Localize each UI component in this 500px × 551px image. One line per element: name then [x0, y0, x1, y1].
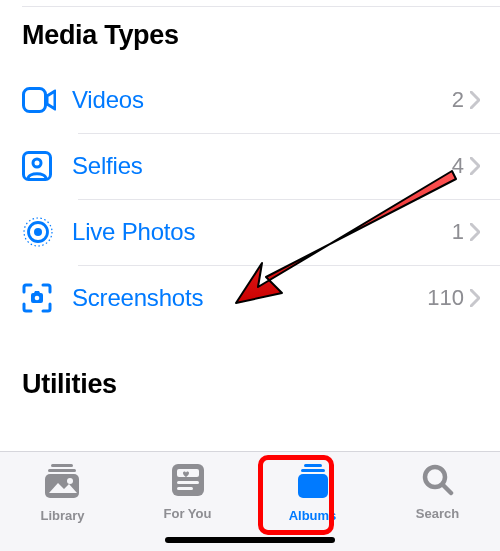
- tab-search[interactable]: Search: [375, 452, 500, 551]
- tab-label: Albums: [289, 508, 337, 523]
- live-photos-icon: [22, 216, 72, 248]
- svg-point-10: [67, 478, 73, 484]
- row-label: Screenshots: [72, 284, 427, 312]
- row-label: Live Photos: [72, 218, 452, 246]
- svg-point-5: [34, 228, 42, 236]
- svg-rect-0: [24, 89, 46, 112]
- for-you-icon: [172, 464, 204, 500]
- tab-library[interactable]: Library: [0, 452, 125, 551]
- row-videos[interactable]: Videos 2: [22, 67, 500, 133]
- screenshot-icon: [22, 283, 72, 313]
- tab-bar: Library For You: [0, 451, 500, 551]
- row-count: 110: [427, 285, 466, 311]
- divider: [22, 6, 500, 7]
- content-area: Media Types Videos 2: [0, 0, 500, 451]
- svg-rect-9: [45, 474, 79, 498]
- svg-rect-8: [48, 469, 76, 472]
- tab-label: Search: [416, 506, 459, 521]
- svg-rect-14: [177, 487, 193, 490]
- tab-label: For You: [164, 506, 212, 521]
- svg-rect-16: [301, 469, 325, 472]
- photo-stack-icon: [45, 464, 81, 502]
- row-selfies[interactable]: Selfies 4: [22, 133, 500, 199]
- chevron-right-icon: [466, 85, 484, 115]
- albums-icon: [296, 464, 330, 502]
- svg-rect-15: [304, 464, 322, 467]
- row-live-photos[interactable]: Live Photos 1: [22, 199, 500, 265]
- svg-rect-17: [298, 474, 328, 498]
- svg-rect-13: [177, 481, 199, 484]
- section-header-utilities: Utilities: [22, 331, 500, 416]
- svg-point-6: [35, 296, 40, 301]
- row-count: 2: [452, 87, 466, 113]
- row-count: 1: [452, 219, 466, 245]
- chevron-right-icon: [466, 151, 484, 181]
- svg-rect-11: [172, 464, 204, 496]
- chevron-right-icon: [466, 283, 484, 313]
- section-header-media-types: Media Types: [22, 0, 500, 67]
- chevron-right-icon: [466, 217, 484, 247]
- row-label: Videos: [72, 86, 452, 114]
- selfie-icon: [22, 151, 72, 181]
- row-count: 4: [452, 153, 466, 179]
- svg-rect-7: [51, 464, 73, 467]
- svg-point-2: [33, 159, 41, 167]
- row-screenshots[interactable]: Screenshots 110: [22, 265, 500, 331]
- tab-label: Library: [40, 508, 84, 523]
- video-camera-icon: [22, 87, 72, 113]
- home-indicator: [165, 537, 335, 543]
- search-icon: [422, 464, 454, 500]
- row-label: Selfies: [72, 152, 452, 180]
